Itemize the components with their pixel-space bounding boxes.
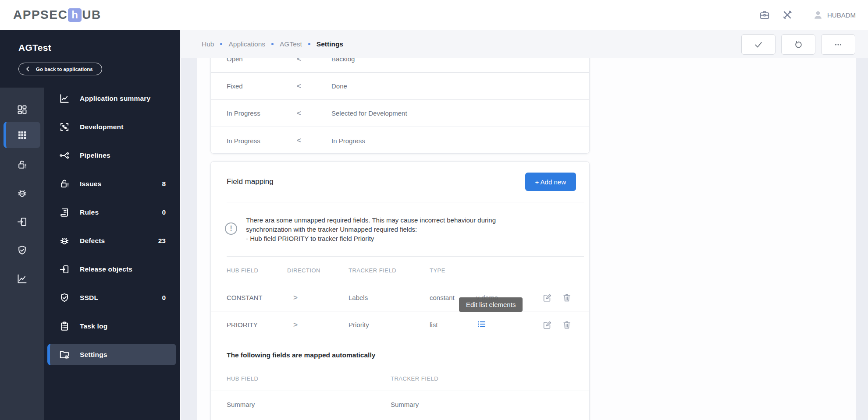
field-mapping-table-header: HUB FIELD DIRECTION TRACKER FIELD TYPE [211, 257, 589, 284]
rail-item-dashboard[interactable] [0, 101, 44, 118]
rail-item-release-objects[interactable] [0, 213, 44, 230]
rail-item-applications[interactable] [0, 126, 44, 144]
sidebar-item-release-objects[interactable]: Release objects [47, 258, 176, 280]
hub-status: In Progress [227, 109, 297, 117]
direction-chevron-right: > [293, 293, 349, 302]
column-header-type: TYPE [430, 267, 476, 274]
briefcase-icon[interactable] [759, 9, 770, 21]
sidebar: AGTest Go back to applications [0, 30, 180, 420]
lock-alert-icon [16, 159, 28, 171]
edit-icon[interactable] [542, 320, 552, 330]
alert-circle-icon: ! [225, 222, 237, 235]
folder-gear-icon [59, 349, 70, 360]
direction-chevron-left: < [297, 136, 314, 145]
user-menu[interactable]: HUBADM [812, 9, 856, 21]
menu-count-badge: 8 [162, 180, 166, 188]
application-name: AGTest [18, 42, 180, 53]
hub-field: Summary [227, 401, 391, 408]
hub-status: Fixed [227, 82, 297, 90]
tracker-status: Done [314, 82, 589, 90]
go-back-label: Go back to applications [36, 67, 93, 72]
sidebar-item-application-summary[interactable]: Application summary [47, 88, 176, 109]
status-mapping-row: In Progress < Selected for Development [211, 100, 589, 127]
direction-chevron-left: < [297, 109, 314, 118]
refresh-icon [793, 40, 803, 49]
hub-status: Open [227, 58, 297, 63]
more-options-button[interactable] [821, 34, 855, 55]
add-new-button[interactable]: + Add new [525, 173, 576, 191]
menu-count-badge: 0 [162, 294, 166, 302]
edit-icon[interactable] [542, 293, 552, 303]
logo-text-pre: APPSEC [13, 8, 68, 22]
warning-line: There ara some unmapped required fields.… [246, 215, 496, 225]
menu-count-badge: 23 [158, 237, 166, 245]
field-mapping-row-constant: CONSTANT > Labels constant v-demo [211, 284, 589, 311]
tracker-field: Priority [349, 321, 430, 328]
auto-mapping-row: Summary Summary [211, 391, 589, 418]
lock-alert-icon [59, 178, 70, 190]
trash-icon[interactable] [562, 293, 572, 303]
menu-label: Rules [80, 208, 99, 216]
menu-count-badge: 0 [162, 208, 166, 216]
sidebar-menu: Application summary Development Pipeline… [44, 88, 180, 372]
column-header-tracker-field: TRACKER FIELD [391, 375, 589, 382]
unmapped-fields-warning: ! There ara some unmapped required field… [211, 202, 589, 256]
apps-grid-icon [16, 129, 28, 141]
sidebar-item-pipelines[interactable]: Pipelines [47, 145, 176, 166]
breadcrumb-bar: Hub Applications AGTest Settings [180, 30, 868, 58]
rail-item-defects[interactable] [0, 184, 44, 202]
hub-field: PRIORITY [227, 321, 287, 328]
logo-h-tile: h [68, 8, 82, 22]
rail-item-ssdl[interactable] [0, 241, 44, 259]
page-scrollbar-track[interactable] [856, 58, 868, 420]
menu-label: Application summary [80, 95, 150, 102]
bug-icon [59, 235, 70, 247]
breadcrumb-agtest[interactable]: AGTest [280, 40, 302, 48]
list-elements-icon[interactable] [476, 319, 487, 329]
field-mapping-card: Field mapping + Add new ! There ara some… [210, 161, 590, 420]
sidebar-item-task-log[interactable]: Task log [47, 315, 176, 337]
rail-item-issues[interactable] [0, 156, 44, 173]
breadcrumb-hub[interactable]: Hub [202, 40, 214, 48]
sidebar-item-defects[interactable]: Defects 23 [47, 230, 176, 251]
app-logo[interactable]: APPSEChUB [13, 8, 101, 22]
sidebar-item-rules[interactable]: Rules 0 [47, 201, 176, 223]
tracker-field: Summary [391, 401, 589, 408]
auto-mapping-table-header: HUB FIELD TRACKER FIELD [211, 366, 589, 391]
breadcrumb-separator [220, 43, 222, 45]
menu-label: Pipelines [80, 152, 110, 159]
column-header-tracker-field: TRACKER FIELD [349, 267, 430, 274]
username: HUBADM [827, 11, 856, 19]
chart-line-icon [16, 273, 28, 285]
breadcrumb-applications[interactable]: Applications [228, 40, 265, 48]
warning-line: synchronization with the tracker Unmappe… [246, 225, 496, 234]
confirm-button[interactable] [741, 34, 776, 55]
check-icon [754, 40, 763, 49]
direction-chevron-right: > [293, 321, 349, 329]
menu-label: Task log [80, 322, 107, 330]
sidebar-item-settings[interactable]: Settings [47, 344, 176, 365]
tracker-status: Backlog [314, 58, 589, 63]
go-back-button[interactable]: Go back to applications [18, 63, 102, 75]
field-mapping-row-priority: PRIORITY > Priority list [211, 311, 589, 338]
shield-check-icon [59, 292, 70, 304]
content-scrollbar-track[interactable] [181, 58, 197, 420]
menu-label: Development [80, 123, 124, 131]
breadcrumb-current: Settings [317, 40, 343, 48]
trash-icon[interactable] [562, 320, 572, 330]
refresh-button[interactable] [781, 34, 815, 55]
logo-text-post: UB [82, 8, 101, 22]
sidebar-item-ssdl[interactable]: SSDL 0 [47, 287, 176, 308]
edit-list-elements-tooltip: Edit list elements [459, 297, 523, 312]
settings-content-panel[interactable]: Open < Backlog Fixed < Done In Progress … [180, 58, 868, 420]
status-mapping-row: Open < Backlog [211, 58, 589, 73]
tools-icon[interactable] [782, 9, 793, 21]
column-header-hub-field: HUB FIELD [227, 267, 287, 274]
sidebar-item-development[interactable]: Development [47, 116, 176, 138]
sidebar-item-issues[interactable]: Issues 8 [47, 173, 176, 194]
tracker-status: In Progress [314, 137, 589, 145]
code-branch-icon [59, 121, 70, 133]
rail-item-summary[interactable] [0, 270, 44, 287]
tracker-status: Selected for Development [314, 109, 589, 117]
hub-field: CONSTANT [227, 294, 287, 301]
